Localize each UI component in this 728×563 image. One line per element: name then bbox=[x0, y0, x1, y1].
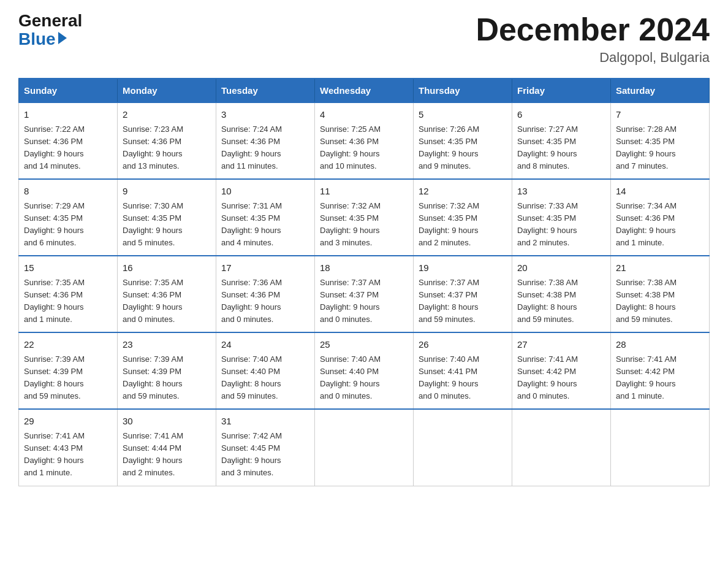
day-info: Sunrise: 7:37 AMSunset: 4:37 PMDaylight:… bbox=[419, 278, 479, 324]
logo-blue-text: Blue bbox=[18, 29, 67, 49]
day-number: 3 bbox=[221, 108, 309, 122]
day-number: 23 bbox=[123, 338, 211, 352]
calendar-week-row: 8 Sunrise: 7:29 AMSunset: 4:35 PMDayligh… bbox=[19, 179, 710, 256]
calendar-cell bbox=[512, 409, 611, 486]
day-info: Sunrise: 7:33 AMSunset: 4:35 PMDaylight:… bbox=[517, 201, 578, 247]
day-number: 21 bbox=[616, 261, 704, 275]
day-info: Sunrise: 7:23 AMSunset: 4:36 PMDaylight:… bbox=[123, 124, 183, 170]
day-number: 14 bbox=[616, 185, 704, 199]
day-number: 10 bbox=[221, 185, 309, 199]
day-info: Sunrise: 7:26 AMSunset: 4:35 PMDaylight:… bbox=[419, 124, 479, 170]
day-number: 15 bbox=[24, 261, 112, 275]
day-info: Sunrise: 7:41 AMSunset: 4:44 PMDaylight:… bbox=[123, 431, 183, 477]
day-info: Sunrise: 7:41 AMSunset: 4:42 PMDaylight:… bbox=[517, 354, 578, 400]
calendar-cell bbox=[315, 409, 414, 486]
calendar-cell: 1 Sunrise: 7:22 AMSunset: 4:36 PMDayligh… bbox=[19, 102, 118, 179]
calendar-week-row: 1 Sunrise: 7:22 AMSunset: 4:36 PMDayligh… bbox=[19, 102, 710, 179]
day-number: 20 bbox=[517, 261, 605, 275]
day-info: Sunrise: 7:41 AMSunset: 4:42 PMDaylight:… bbox=[616, 354, 677, 400]
day-number: 12 bbox=[419, 185, 507, 199]
day-number: 28 bbox=[616, 338, 704, 352]
day-number: 26 bbox=[419, 338, 507, 352]
calendar-cell: 4 Sunrise: 7:25 AMSunset: 4:36 PMDayligh… bbox=[315, 102, 414, 179]
day-info: Sunrise: 7:24 AMSunset: 4:36 PMDaylight:… bbox=[221, 124, 282, 170]
calendar-cell: 31 Sunrise: 7:42 AMSunset: 4:45 PMDaylig… bbox=[216, 409, 315, 486]
calendar-cell bbox=[611, 409, 710, 486]
day-number: 31 bbox=[221, 415, 309, 429]
calendar-cell: 3 Sunrise: 7:24 AMSunset: 4:36 PMDayligh… bbox=[216, 102, 315, 179]
day-number: 27 bbox=[517, 338, 605, 352]
calendar-cell: 11 Sunrise: 7:32 AMSunset: 4:35 PMDaylig… bbox=[315, 179, 414, 256]
day-number: 7 bbox=[616, 108, 704, 122]
day-info: Sunrise: 7:32 AMSunset: 4:35 PMDaylight:… bbox=[320, 201, 381, 247]
day-number: 9 bbox=[123, 185, 211, 199]
calendar-cell: 21 Sunrise: 7:38 AMSunset: 4:38 PMDaylig… bbox=[611, 256, 710, 332]
weekday-header-monday: Monday bbox=[118, 79, 216, 102]
month-title: December 2024 bbox=[476, 12, 710, 47]
day-number: 8 bbox=[24, 185, 112, 199]
calendar-cell bbox=[414, 409, 512, 486]
day-info: Sunrise: 7:40 AMSunset: 4:41 PMDaylight:… bbox=[419, 354, 479, 400]
calendar-week-row: 29 Sunrise: 7:41 AMSunset: 4:43 PMDaylig… bbox=[19, 409, 710, 486]
calendar-cell: 19 Sunrise: 7:37 AMSunset: 4:37 PMDaylig… bbox=[414, 256, 512, 332]
day-number: 29 bbox=[24, 415, 112, 429]
weekday-header-tuesday: Tuesday bbox=[216, 79, 315, 102]
day-info: Sunrise: 7:37 AMSunset: 4:37 PMDaylight:… bbox=[320, 278, 381, 324]
calendar-week-row: 15 Sunrise: 7:35 AMSunset: 4:36 PMDaylig… bbox=[19, 256, 710, 332]
calendar-cell: 6 Sunrise: 7:27 AMSunset: 4:35 PMDayligh… bbox=[512, 102, 611, 179]
calendar-week-row: 22 Sunrise: 7:39 AMSunset: 4:39 PMDaylig… bbox=[19, 332, 710, 409]
day-number: 1 bbox=[24, 108, 112, 122]
calendar-cell: 29 Sunrise: 7:41 AMSunset: 4:43 PMDaylig… bbox=[19, 409, 118, 486]
weekday-header-row: SundayMondayTuesdayWednesdayThursdayFrid… bbox=[19, 79, 710, 102]
day-info: Sunrise: 7:35 AMSunset: 4:36 PMDaylight:… bbox=[24, 278, 85, 324]
calendar-cell: 2 Sunrise: 7:23 AMSunset: 4:36 PMDayligh… bbox=[118, 102, 216, 179]
day-info: Sunrise: 7:39 AMSunset: 4:39 PMDaylight:… bbox=[123, 354, 183, 400]
day-info: Sunrise: 7:41 AMSunset: 4:43 PMDaylight:… bbox=[24, 431, 85, 477]
day-info: Sunrise: 7:35 AMSunset: 4:36 PMDaylight:… bbox=[123, 278, 183, 324]
day-number: 4 bbox=[320, 108, 408, 122]
day-number: 6 bbox=[517, 108, 605, 122]
calendar-cell: 27 Sunrise: 7:41 AMSunset: 4:42 PMDaylig… bbox=[512, 332, 611, 409]
calendar-cell: 9 Sunrise: 7:30 AMSunset: 4:35 PMDayligh… bbox=[118, 179, 216, 256]
day-number: 13 bbox=[517, 185, 605, 199]
day-info: Sunrise: 7:28 AMSunset: 4:35 PMDaylight:… bbox=[616, 124, 677, 170]
calendar-cell: 24 Sunrise: 7:40 AMSunset: 4:40 PMDaylig… bbox=[216, 332, 315, 409]
day-info: Sunrise: 7:27 AMSunset: 4:35 PMDaylight:… bbox=[517, 124, 578, 170]
calendar-cell: 13 Sunrise: 7:33 AMSunset: 4:35 PMDaylig… bbox=[512, 179, 611, 256]
calendar-cell: 12 Sunrise: 7:32 AMSunset: 4:35 PMDaylig… bbox=[414, 179, 512, 256]
weekday-header-thursday: Thursday bbox=[414, 79, 512, 102]
day-info: Sunrise: 7:38 AMSunset: 4:38 PMDaylight:… bbox=[517, 278, 578, 324]
calendar-cell: 7 Sunrise: 7:28 AMSunset: 4:35 PMDayligh… bbox=[611, 102, 710, 179]
calendar-cell: 10 Sunrise: 7:31 AMSunset: 4:35 PMDaylig… bbox=[216, 179, 315, 256]
logo: General Blue bbox=[18, 12, 82, 49]
day-info: Sunrise: 7:32 AMSunset: 4:35 PMDaylight:… bbox=[419, 201, 479, 247]
calendar-cell: 18 Sunrise: 7:37 AMSunset: 4:37 PMDaylig… bbox=[315, 256, 414, 332]
day-info: Sunrise: 7:40 AMSunset: 4:40 PMDaylight:… bbox=[320, 354, 381, 400]
day-info: Sunrise: 7:29 AMSunset: 4:35 PMDaylight:… bbox=[24, 201, 85, 247]
day-info: Sunrise: 7:36 AMSunset: 4:36 PMDaylight:… bbox=[221, 278, 282, 324]
day-number: 18 bbox=[320, 261, 408, 275]
day-info: Sunrise: 7:38 AMSunset: 4:38 PMDaylight:… bbox=[616, 278, 677, 324]
calendar-cell: 30 Sunrise: 7:41 AMSunset: 4:44 PMDaylig… bbox=[118, 409, 216, 486]
day-number: 25 bbox=[320, 338, 408, 352]
day-number: 30 bbox=[123, 415, 211, 429]
calendar-cell: 17 Sunrise: 7:36 AMSunset: 4:36 PMDaylig… bbox=[216, 256, 315, 332]
calendar-cell: 28 Sunrise: 7:41 AMSunset: 4:42 PMDaylig… bbox=[611, 332, 710, 409]
day-number: 22 bbox=[24, 338, 112, 352]
calendar-cell: 16 Sunrise: 7:35 AMSunset: 4:36 PMDaylig… bbox=[118, 256, 216, 332]
day-number: 5 bbox=[419, 108, 507, 122]
page-header: General Blue December 2024 Dalgopol, Bul… bbox=[18, 12, 710, 66]
calendar-cell: 14 Sunrise: 7:34 AMSunset: 4:36 PMDaylig… bbox=[611, 179, 710, 256]
calendar-cell: 15 Sunrise: 7:35 AMSunset: 4:36 PMDaylig… bbox=[19, 256, 118, 332]
logo-general-text: General bbox=[18, 12, 82, 29]
weekday-header-friday: Friday bbox=[512, 79, 611, 102]
day-number: 24 bbox=[221, 338, 309, 352]
calendar-cell: 23 Sunrise: 7:39 AMSunset: 4:39 PMDaylig… bbox=[118, 332, 216, 409]
day-info: Sunrise: 7:42 AMSunset: 4:45 PMDaylight:… bbox=[221, 431, 282, 477]
weekday-header-wednesday: Wednesday bbox=[315, 79, 414, 102]
day-number: 2 bbox=[123, 108, 211, 122]
day-info: Sunrise: 7:31 AMSunset: 4:35 PMDaylight:… bbox=[221, 201, 282, 247]
calendar-cell: 26 Sunrise: 7:40 AMSunset: 4:41 PMDaylig… bbox=[414, 332, 512, 409]
calendar-cell: 5 Sunrise: 7:26 AMSunset: 4:35 PMDayligh… bbox=[414, 102, 512, 179]
day-info: Sunrise: 7:34 AMSunset: 4:36 PMDaylight:… bbox=[616, 201, 677, 247]
